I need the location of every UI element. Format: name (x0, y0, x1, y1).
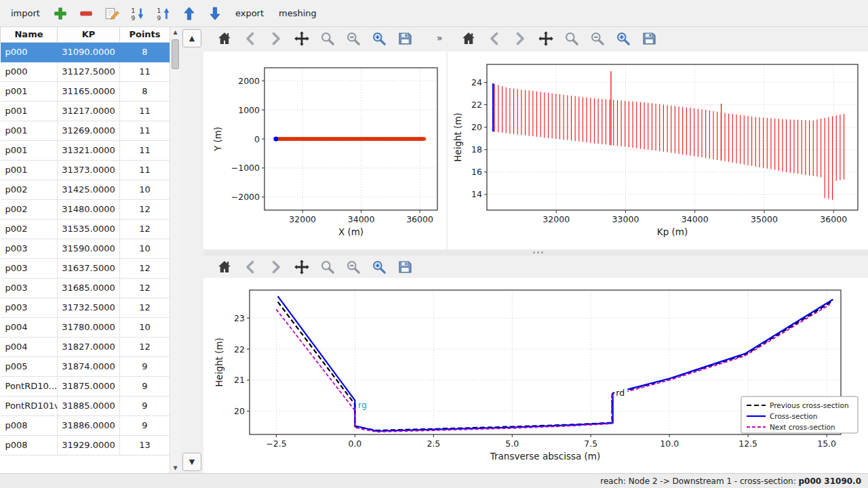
cell-points[interactable]: 10 (120, 239, 170, 258)
toolbar-overflow-indicator[interactable]: » (437, 33, 443, 43)
cell-points[interactable]: 8 (120, 42, 170, 62)
back-button[interactable] (241, 30, 259, 47)
cell-kp[interactable]: 31637.5000 (58, 258, 120, 278)
cell-points[interactable]: 9 (120, 415, 170, 435)
cell-name[interactable]: p008 (1, 415, 58, 435)
zoom-out-button[interactable] (589, 30, 606, 47)
zoom-in-button[interactable] (370, 30, 388, 47)
pan-button[interactable] (293, 258, 311, 276)
splitter-handle-icon[interactable] (533, 251, 543, 253)
column-header-points[interactable]: Points (120, 27, 170, 42)
plan-view-figure[interactable]: 320003400036000−2000−1000010002000X (m)Y… (203, 52, 446, 249)
cell-kp[interactable]: 31874.0000 (58, 357, 120, 376)
cell-name[interactable]: p004 (1, 317, 58, 337)
table-row[interactable]: p00431780.000010 (1, 317, 170, 337)
home-button[interactable] (460, 30, 477, 47)
table-row[interactable]: PontRD101v31885.00009 (1, 396, 170, 415)
cell-name[interactable]: PontRD101v (1, 396, 58, 415)
cell-kp[interactable]: 31425.0000 (58, 180, 120, 199)
forward-button[interactable] (267, 30, 285, 47)
zoom-out-button[interactable] (344, 258, 362, 276)
back-button[interactable] (486, 30, 503, 47)
zoom-out-button[interactable] (344, 30, 362, 47)
cell-kp[interactable]: 31886.0000 (58, 415, 120, 435)
table-row[interactable]: p00331732.500012 (1, 298, 170, 317)
cell-name[interactable]: p001 (1, 101, 58, 121)
cell-kp[interactable]: 31732.5000 (58, 298, 120, 317)
table-row[interactable]: p00531874.00009 (1, 357, 170, 376)
cell-name[interactable]: p003 (1, 258, 58, 278)
panel-scroll-up-button[interactable]: ▲ (182, 29, 201, 47)
forward-button[interactable] (511, 30, 529, 47)
column-header-kp[interactable]: KP (58, 27, 120, 42)
save-figure-button[interactable] (640, 30, 658, 47)
cell-points[interactable]: 11 (120, 62, 170, 81)
cell-kp[interactable]: 31929.0000 (58, 435, 120, 455)
cell-kp[interactable]: 31885.0000 (58, 396, 120, 415)
cross-section-chart[interactable]: −2.50.02.55.07.510.012.515.020212223Tran… (203, 278, 868, 473)
cell-kp[interactable]: 31090.0000 (58, 42, 120, 62)
cell-name[interactable]: p003 (1, 298, 58, 317)
zoom-button[interactable] (563, 30, 580, 47)
cell-points[interactable]: 12 (120, 298, 170, 317)
export-button[interactable]: export (231, 5, 268, 21)
save-figure-button[interactable] (396, 30, 414, 47)
cell-kp[interactable]: 31217.0000 (58, 101, 120, 121)
table-row[interactable]: p00331590.000010 (1, 239, 170, 258)
cell-points[interactable]: 11 (120, 140, 170, 160)
cell-name[interactable]: p003 (1, 278, 58, 298)
cell-name[interactable]: p002 (1, 199, 58, 219)
scrollbar-thumb[interactable] (172, 39, 179, 69)
cell-kp[interactable]: 31535.0000 (58, 219, 120, 239)
table-row[interactable]: p00131269.000011 (1, 121, 170, 140)
pan-button[interactable] (293, 30, 311, 47)
table-row[interactable]: p00131217.000011 (1, 101, 170, 121)
cell-points[interactable]: 10 (120, 317, 170, 337)
cell-points[interactable]: 9 (120, 376, 170, 396)
table-scrollbar[interactable]: ▲ ▼ (170, 27, 180, 473)
cell-name[interactable]: PontRD10... (1, 376, 58, 396)
table-row[interactable]: p00231480.000012 (1, 199, 170, 219)
table-row[interactable]: p00831929.000013 (1, 435, 170, 455)
save-figure-button[interactable] (396, 258, 414, 276)
cell-points[interactable]: 12 (120, 199, 170, 219)
edit-cross-section-button[interactable] (102, 4, 121, 23)
cell-points[interactable]: 9 (120, 396, 170, 415)
splitter[interactable] (203, 249, 868, 256)
table-row[interactable]: p00031090.00008 (1, 42, 170, 62)
longitudinal-profile-figure[interactable]: 3200033000340003500036000141618202224Kp … (448, 52, 868, 249)
cell-kp[interactable]: 31269.0000 (58, 121, 120, 140)
cell-kp[interactable]: 31685.0000 (58, 278, 120, 298)
forward-button[interactable] (267, 258, 285, 276)
cell-points[interactable]: 12 (120, 258, 170, 278)
cell-points[interactable]: 12 (120, 337, 170, 357)
cell-name[interactable]: p003 (1, 239, 58, 258)
cell-points[interactable]: 13 (120, 435, 170, 455)
scroll-down-icon[interactable]: ▼ (170, 465, 180, 471)
cell-points[interactable]: 10 (120, 180, 170, 199)
scroll-up-icon[interactable]: ▲ (170, 29, 180, 35)
cell-name[interactable]: p001 (1, 140, 58, 160)
table-row[interactable]: p00231425.000010 (1, 180, 170, 199)
sort-descending-button[interactable] (128, 4, 147, 23)
cell-points[interactable]: 8 (120, 81, 170, 101)
meshing-button[interactable]: meshing (275, 5, 321, 21)
table-row[interactable]: p00131321.000011 (1, 140, 170, 160)
import-button[interactable]: import (7, 5, 44, 21)
cell-points[interactable]: 11 (120, 101, 170, 121)
move-down-button[interactable] (205, 4, 224, 23)
cell-points[interactable]: 12 (120, 278, 170, 298)
table-row[interactable]: p00231535.000012 (1, 219, 170, 239)
home-button[interactable] (216, 30, 233, 47)
cell-name[interactable]: p001 (1, 81, 58, 101)
table-row[interactable]: p00031127.500011 (1, 62, 170, 81)
cell-kp[interactable]: 31780.0000 (58, 317, 120, 337)
longitudinal-profile-chart[interactable]: 3200033000340003500036000141618202224Kp … (448, 52, 868, 249)
table-row[interactable]: p00331685.000012 (1, 278, 170, 298)
cell-name[interactable]: p000 (1, 42, 58, 62)
cell-kp[interactable]: 31590.0000 (58, 239, 120, 258)
remove-cross-section-button[interactable] (77, 4, 96, 23)
table-row[interactable]: p00131165.00008 (1, 81, 170, 101)
cell-kp[interactable]: 31480.0000 (58, 199, 120, 219)
cell-name[interactable]: p005 (1, 357, 58, 376)
